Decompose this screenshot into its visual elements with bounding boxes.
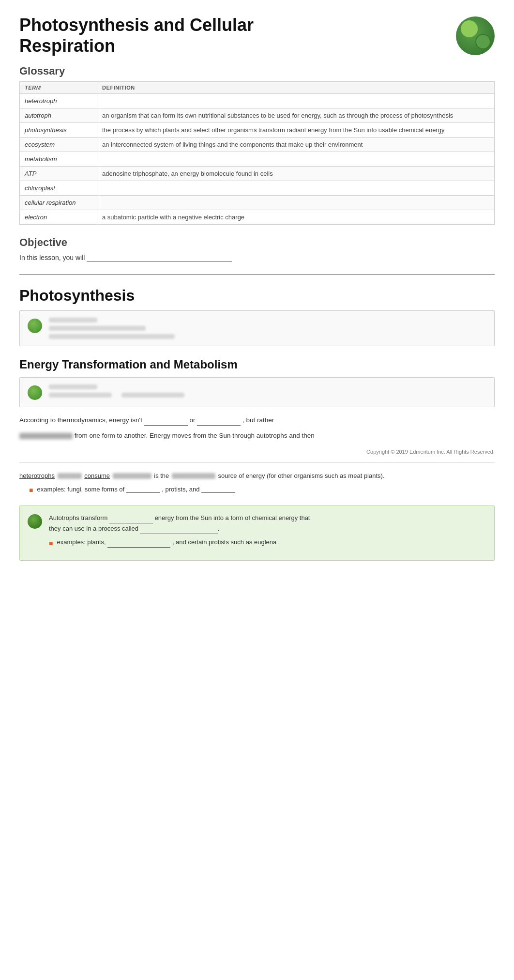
glossary-term: photosynthesis <box>20 123 97 138</box>
energy-green-dot <box>28 385 42 400</box>
hetero-blank-2[interactable] <box>201 485 235 493</box>
blurred-hetero-1 <box>58 473 82 479</box>
auto-text-3: they can use in a process called <box>49 525 138 532</box>
table-row: electrona subatomic particle with a nega… <box>20 210 495 225</box>
table-row: photosynthesisthe process by which plant… <box>20 123 495 138</box>
autotroph-box: Autotrophs transform energy from the Sun… <box>19 505 495 561</box>
blurred-e-1 <box>49 384 97 389</box>
auto-blank-3[interactable] <box>107 540 170 548</box>
glossary-term: heterotroph <box>20 94 97 108</box>
hetero-word: heterotrophs <box>19 472 55 479</box>
logo-icon <box>456 16 495 55</box>
blurred-line-3 <box>49 334 175 339</box>
table-row: heterotroph <box>20 94 495 108</box>
heterotrophs-section: heterotrophs consume is the source of en… <box>19 471 495 494</box>
glossary-term: autotroph <box>20 108 97 123</box>
blurred-e-3 <box>121 393 184 398</box>
glossary-definition <box>97 181 495 196</box>
autotrophs-section: Autotrophs transform energy from the Sun… <box>19 505 495 561</box>
blurred-e-2 <box>49 393 112 398</box>
objective-blank-1[interactable] <box>87 253 232 261</box>
consume-word: consume <box>84 472 110 479</box>
table-row: metabolism <box>20 152 495 167</box>
glossary-definition: an organism that can form its own nutrit… <box>97 108 495 123</box>
auto-blank-2[interactable] <box>140 526 218 534</box>
hetero-blank-1[interactable] <box>126 485 160 493</box>
autotroph-bullet: ■ examples: plants, , and certain protis… <box>49 537 310 550</box>
but-rather: , but rather <box>242 416 274 424</box>
photosynthesis-title: Photosynthesis <box>19 287 495 305</box>
hetero-text-middle: is the <box>154 472 169 479</box>
photo-green-dot <box>28 319 42 333</box>
auto-bullet-icon: ■ <box>49 538 53 550</box>
energy-blurred-content <box>49 384 486 398</box>
objective-blank-2 <box>19 265 495 275</box>
col-header-def: DEFINITION <box>97 82 495 94</box>
glossary-definition: an interconnected system of living thing… <box>97 138 495 152</box>
auto-and-text: , and certain protists such as euglena <box>172 538 276 546</box>
hetero-bullet-text: examples: fungi, some forms of , protist… <box>37 485 235 493</box>
para-text-1: According to thermodynamics, energy isn'… <box>19 416 142 424</box>
energy-paragraph-2: from one form to another. Energy moves f… <box>19 430 495 441</box>
title-line1: Photosynthesis and Cellular <box>19 15 254 35</box>
table-row: ecosysteman interconnected system of liv… <box>20 138 495 152</box>
photo-blurred-content <box>49 318 486 339</box>
title-line2: Respiration <box>19 36 115 56</box>
autotroph-line-1: Autotrophs transform energy from the Sun… <box>49 513 310 523</box>
blurred-line-1 <box>49 318 97 322</box>
glossary-term: chloroplast <box>20 181 97 196</box>
table-row: cellular respiration <box>20 196 495 210</box>
objective-title: Objective <box>19 236 495 249</box>
table-row: chloroplast <box>20 181 495 196</box>
auto-bullet-label: examples: plants, <box>57 538 106 546</box>
col-header-term: TERM <box>20 82 97 94</box>
blurred-hetero-3 <box>172 473 215 479</box>
table-row: ATPadenosine triphosphate, an energy bio… <box>20 167 495 181</box>
glossary-definition: adenosine triphosphate, an energy biomol… <box>97 167 495 181</box>
autotroph-dot <box>28 514 42 529</box>
glossary-definition <box>97 152 495 167</box>
glossary-term: ecosystem <box>20 138 97 152</box>
auto-blank-1[interactable] <box>109 516 153 523</box>
hetero-bullet: ■ examples: fungi, some forms of , proti… <box>29 485 495 494</box>
blank-energy-1[interactable] <box>144 418 188 426</box>
glossary-term: electron <box>20 210 97 225</box>
continuation-text: from one form to another. Energy moves f… <box>75 432 315 439</box>
glossary-title: Glossary <box>19 65 495 77</box>
glossary-term: ATP <box>20 167 97 181</box>
blurred-word-1 <box>19 433 73 439</box>
energy-box <box>19 377 495 407</box>
auto-text-2: energy from the Sun into a form of chemi… <box>155 514 310 521</box>
glossary-definition: the process by which plants and select o… <box>97 123 495 138</box>
objective-intro: In this lesson, you will <box>19 254 87 261</box>
autotroph-content: Autotrophs transform energy from the Sun… <box>49 513 310 553</box>
copyright-notice: Copyright © 2019 Edmentum Inc. All Right… <box>19 449 495 455</box>
section-divider <box>19 462 495 463</box>
or-text: or <box>189 416 197 424</box>
blurred-hetero-2 <box>113 473 151 479</box>
glossary-term: cellular respiration <box>20 196 97 210</box>
page-header: Photosynthesis and Cellular Respiration <box>19 15 495 56</box>
energy-section: Energy Transformation and Metabolism Acc… <box>19 358 495 441</box>
hetero-line: heterotrophs consume is the source of en… <box>19 471 495 481</box>
objective-section: Objective In this lesson, you will <box>19 236 495 275</box>
page-title: Photosynthesis and Cellular Respiration <box>19 15 254 56</box>
photosynthesis-section: Photosynthesis <box>19 287 495 346</box>
glossary-definition <box>97 196 495 210</box>
energy-paragraph: According to thermodynamics, energy isn'… <box>19 415 495 426</box>
blurred-line-2 <box>49 326 146 331</box>
hetero-text-end: source of energy (for other organisms su… <box>218 472 385 479</box>
glossary-definition <box>97 94 495 108</box>
glossary-table: TERM DEFINITION heterotrophautotrophan o… <box>19 81 495 225</box>
table-row: autotrophan organism that can form its o… <box>20 108 495 123</box>
autotroph-line-2: they can use in a process called . <box>49 523 310 534</box>
bullet-icon: ■ <box>29 486 33 494</box>
glossary-term: metabolism <box>20 152 97 167</box>
objective-line: In this lesson, you will <box>19 253 495 261</box>
blank-energy-2[interactable] <box>197 418 241 426</box>
energy-title: Energy Transformation and Metabolism <box>19 358 495 371</box>
auto-text-1: Autotrophs transform <box>49 514 107 521</box>
photosynthesis-box <box>19 310 495 346</box>
glossary-definition: a subatomic particle with a negative ele… <box>97 210 495 225</box>
auto-bullet-text: examples: plants, , and certain protists… <box>57 537 276 548</box>
